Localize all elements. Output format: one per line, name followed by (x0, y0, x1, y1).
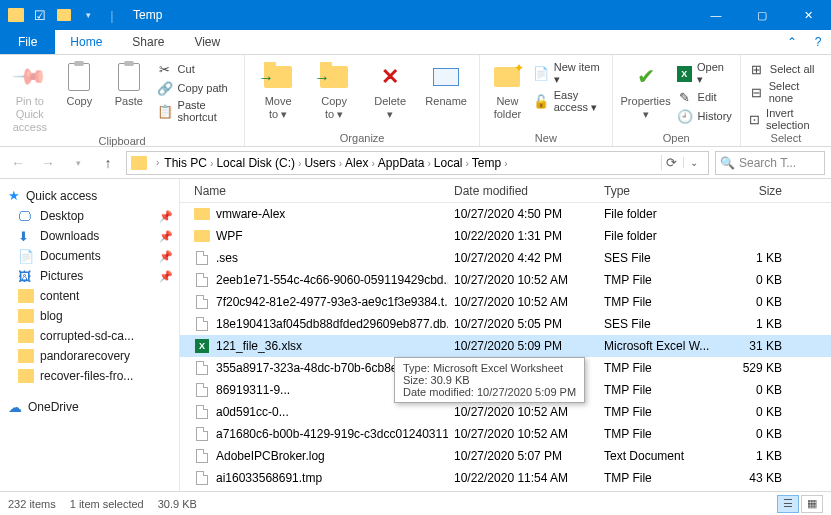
select-none-icon: ⊟ (749, 84, 764, 100)
search-input[interactable]: 🔍 Search T... (715, 151, 825, 175)
sidebar-item[interactable]: recover-files-fro... (0, 366, 179, 386)
file-name-cell: WPF (188, 228, 448, 244)
tab-home[interactable]: Home (55, 30, 117, 54)
tab-file[interactable]: File (0, 30, 55, 54)
chevron-right-icon: › (501, 158, 510, 169)
file-row[interactable]: .ses10/27/2020 4:42 PMSES File1 KB (180, 247, 831, 269)
navigation-pane[interactable]: ★ Quick access 🖵Desktop📌⬇Downloads📌📄Docu… (0, 179, 180, 491)
breadcrumb-segment[interactable]: Alex (345, 156, 368, 170)
folder-icon (194, 228, 210, 244)
paste-button[interactable]: Paste (107, 59, 151, 108)
maximize-button[interactable]: ▢ (739, 0, 785, 30)
new-folder-button[interactable]: New folder (488, 59, 527, 121)
breadcrumb-segment[interactable]: This PC (164, 156, 207, 170)
file-icon (194, 272, 210, 288)
sidebar-item[interactable]: 🖵Desktop📌 (0, 206, 179, 226)
column-size[interactable]: Size (718, 184, 788, 198)
file-size-cell: 43 KB (718, 471, 788, 485)
recent-locations-button[interactable]: ▾ (66, 151, 90, 175)
cut-button[interactable]: ✂Cut (157, 61, 237, 77)
edit-button[interactable]: ✎Edit (677, 89, 732, 105)
forward-button[interactable]: → (36, 151, 60, 175)
properties-icon: ✔ (630, 61, 662, 93)
desktop-icon: 🖵 (18, 209, 34, 223)
file-name-cell: a71680c6-b00b-4129-919c-c3dcc01240311... (188, 426, 448, 442)
breadcrumb-segment[interactable]: AppData (378, 156, 425, 170)
file-row[interactable]: vmware-Alex10/27/2020 4:50 PMFile folder (180, 203, 831, 225)
sidebar-item[interactable]: pandorarecovery (0, 346, 179, 366)
view-details-button[interactable]: ☰ (777, 495, 799, 513)
file-row[interactable]: ai16033568691.tmp10/22/2020 11:54 AMTMP … (180, 467, 831, 489)
sidebar-item[interactable]: corrupted-sd-ca... (0, 326, 179, 346)
sidebar-item[interactable]: 🖼Pictures📌 (0, 266, 179, 286)
up-button[interactable]: ↑ (96, 151, 120, 175)
pin-to-quick-access-button[interactable]: 📌 Pin to Quick access (8, 59, 52, 135)
file-row[interactable]: AdobeIPCBroker.log10/27/2020 5:07 PMText… (180, 445, 831, 467)
file-date-cell: 10/27/2020 5:05 PM (448, 317, 598, 331)
file-size-cell: 0 KB (718, 295, 788, 309)
qat-dropdown-icon[interactable]: ▾ (77, 4, 99, 26)
select-none-button[interactable]: ⊟Select none (749, 80, 823, 104)
history-button[interactable]: 🕘History (677, 108, 732, 124)
file-row[interactable]: 18e190413af045db88dfded29609eb877.db...1… (180, 313, 831, 335)
minimize-button[interactable]: — (693, 0, 739, 30)
rename-icon (430, 61, 462, 93)
file-list[interactable]: vmware-Alex10/27/2020 4:50 PMFile folder… (180, 203, 831, 491)
file-row[interactable]: 2eeb1e71-554c-4c66-9060-059119429cbd...1… (180, 269, 831, 291)
copy-to-button[interactable]: Copy to ▾ (309, 59, 359, 121)
breadcrumb-segment[interactable]: Users (304, 156, 335, 170)
close-button[interactable]: ✕ (785, 0, 831, 30)
file-row[interactable]: 7f20c942-81e2-4977-93e3-ae9c1f3e9384.t..… (180, 291, 831, 313)
refresh-button[interactable]: ⟳ (661, 155, 681, 170)
sidebar-item[interactable]: 📄Documents📌 (0, 246, 179, 266)
delete-button[interactable]: ✕Delete ▾ (365, 59, 415, 121)
select-all-button[interactable]: ⊞Select all (749, 61, 823, 77)
breadcrumb-segment[interactable]: Temp (472, 156, 501, 170)
file-type-cell: TMP File (598, 405, 718, 419)
tab-view[interactable]: View (179, 30, 235, 54)
new-item-button[interactable]: 📄New item ▾ (533, 61, 604, 86)
file-row[interactable]: a0d591cc-0...10/27/2020 10:52 AMTMP File… (180, 401, 831, 423)
excel-icon: X (677, 66, 692, 82)
copy-path-button[interactable]: 🔗Copy path (157, 80, 237, 96)
open-button[interactable]: XOpen ▾ (677, 61, 732, 86)
invert-selection-button[interactable]: ⊡Invert selection (749, 107, 823, 131)
breadcrumb-folder-icon (131, 156, 147, 170)
sidebar-onedrive[interactable]: ☁ OneDrive (0, 396, 179, 418)
breadcrumb-segment[interactable]: Local (434, 156, 463, 170)
file-row[interactable]: a71680c6-b00b-4129-919c-c3dcc01240311...… (180, 423, 831, 445)
ribbon-collapse-icon[interactable]: ⌃ (779, 30, 805, 54)
properties-button[interactable]: ✔Properties ▾ (621, 59, 671, 121)
sidebar-quick-access[interactable]: ★ Quick access (0, 185, 179, 206)
column-date[interactable]: Date modified (448, 184, 598, 198)
move-to-button[interactable]: Move to ▾ (253, 59, 303, 121)
easy-access-button[interactable]: 🔓Easy access ▾ (533, 89, 604, 114)
back-button[interactable]: ← (6, 151, 30, 175)
view-large-icons-button[interactable]: ▦ (801, 495, 823, 513)
pin-icon: 📌 (159, 210, 173, 223)
column-type[interactable]: Type (598, 184, 718, 198)
file-icon (194, 426, 210, 442)
qat-properties-icon[interactable]: ☑ (29, 4, 51, 26)
file-row[interactable]: WPF10/22/2020 1:31 PMFile folder (180, 225, 831, 247)
breadcrumb-segment[interactable]: Local Disk (C:) (216, 156, 295, 170)
rename-button[interactable]: Rename (421, 59, 471, 108)
group-open-label: Open (621, 132, 732, 144)
file-size-cell: 1 KB (718, 317, 788, 331)
sidebar-item[interactable]: blog (0, 306, 179, 326)
sidebar-item[interactable]: content (0, 286, 179, 306)
file-name-cell: .ses (188, 250, 448, 266)
copy-button[interactable]: Copy (58, 59, 102, 108)
breadcrumb[interactable]: › This PC›Local Disk (C:)›Users›Alex›App… (126, 151, 709, 175)
sidebar-item[interactable]: ⬇Downloads📌 (0, 226, 179, 246)
ribbon: 📌 Pin to Quick access Copy Paste ✂Cut 🔗C… (0, 55, 831, 147)
file-row[interactable]: X121_file_36.xlsx10/27/2020 5:09 PMMicro… (180, 335, 831, 357)
breadcrumb-dropdown[interactable]: ⌄ (683, 157, 704, 168)
help-icon[interactable]: ? (805, 30, 831, 54)
column-headers[interactable]: Name Date modified Type Size (180, 179, 831, 203)
column-name[interactable]: Name (188, 184, 448, 198)
qat-new-folder-icon[interactable] (53, 4, 75, 26)
tab-share[interactable]: Share (117, 30, 179, 54)
paste-shortcut-button[interactable]: 📋Paste shortcut (157, 99, 237, 123)
file-size-cell: 0 KB (718, 383, 788, 397)
